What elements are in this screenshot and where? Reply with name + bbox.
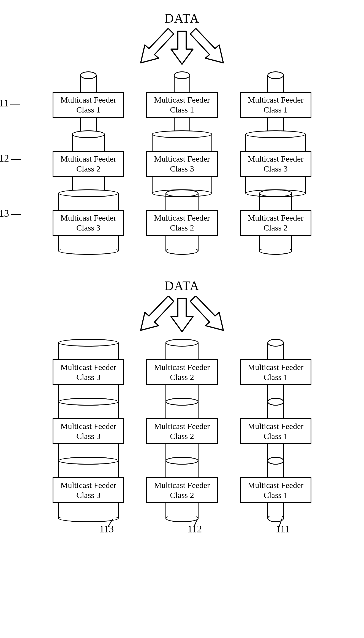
feeder-label: Multicast FeederClass 2: [146, 477, 218, 503]
feeder-label: Multicast FeederClass 1: [240, 92, 311, 118]
column: Multicast FeederClass 3 Multicast Feeder…: [47, 343, 130, 535]
svg-marker-5: [190, 296, 223, 330]
svg-marker-2: [190, 28, 223, 63]
figure-top: DATA 111 112 113 Multicast FeederCl: [6, 11, 358, 251]
feeder-label: Multicast FeederClass 1: [53, 92, 124, 118]
feeder-label: Multicast FeederClass 3: [146, 151, 218, 177]
feeder-label: Multicast FeederClass 1: [240, 359, 311, 385]
feeder-label: Multicast FeederClass 2: [53, 151, 124, 177]
data-split-arrows-icon: [83, 296, 281, 343]
columns-bottom: Multicast FeederClass 3 Multicast Feeder…: [6, 343, 358, 535]
ref-111: 111: [272, 523, 290, 535]
column: Multicast FeederClass 1 Multicast Feeder…: [47, 75, 130, 251]
column: Multicast FeederClass 1 Multicast Feeder…: [141, 75, 223, 251]
feeder-label: Multicast FeederClass 2: [146, 418, 218, 444]
column: Multicast FeederClass 1 Multicast Feeder…: [234, 75, 317, 251]
columns-top: 111 112 113 Multicast FeederClass 1 Mult…: [6, 75, 358, 251]
feeder-label: Multicast FeederClass 3: [240, 151, 311, 177]
feeder-label: Multicast FeederClass 2: [240, 210, 311, 236]
ref-113: 113: [0, 208, 22, 219]
feeder-label: Multicast FeederClass 1: [240, 477, 311, 503]
data-label-top: DATA: [6, 11, 358, 26]
data-split-arrows-icon: [83, 28, 281, 75]
svg-marker-0: [141, 28, 174, 63]
ref-111: 111: [0, 97, 22, 109]
ref-112: 112: [0, 152, 22, 164]
feeder-label: Multicast FeederClass 3: [53, 418, 124, 444]
data-label-bottom: DATA: [6, 278, 358, 293]
feeder-label: Multicast FeederClass 1: [240, 418, 311, 444]
column: Multicast FeederClass 2 Multicast Feeder…: [141, 343, 223, 535]
figure-bottom: DATA Multicast FeederClass 3 Multicast F…: [6, 278, 358, 535]
feeder-label: Multicast FeederClass 2: [146, 359, 218, 385]
column: Multicast FeederClass 1 Multicast Feeder…: [234, 343, 317, 535]
svg-marker-1: [171, 31, 193, 64]
arrows-top: [6, 28, 358, 75]
feeder-label: Multicast FeederClass 3: [53, 477, 124, 503]
feeder-label: Multicast FeederClass 2: [146, 210, 218, 236]
svg-marker-4: [171, 299, 193, 332]
arrows-bottom: [6, 296, 358, 343]
feeder-label: Multicast FeederClass 3: [53, 210, 124, 236]
feeder-label: Multicast FeederClass 1: [146, 92, 218, 118]
ref-113: 113: [96, 523, 114, 535]
feeder-label: Multicast FeederClass 3: [53, 359, 124, 385]
svg-marker-3: [141, 296, 174, 330]
ref-112: 112: [184, 523, 202, 535]
